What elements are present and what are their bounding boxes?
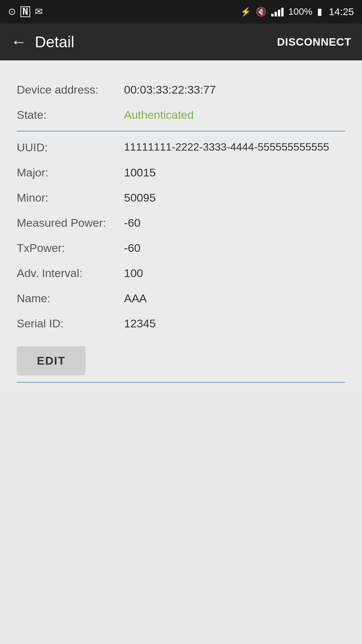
minor-label: Minor: bbox=[17, 191, 124, 204]
major-label: Major: bbox=[17, 166, 124, 179]
serial-id-label: Serial ID: bbox=[17, 317, 124, 330]
uuid-label: UUID: bbox=[17, 141, 124, 154]
measured-power-row: Measured Power: -60 bbox=[17, 210, 345, 235]
status-time: 14:25 bbox=[329, 6, 354, 17]
battery-icon: ▮ bbox=[317, 7, 322, 16]
adv-interval-label: Adv. Interval: bbox=[17, 267, 124, 280]
major-row: Major: 10015 bbox=[17, 160, 345, 185]
measured-power-label: Measured Power: bbox=[17, 216, 124, 229]
device-address-label: Device address: bbox=[17, 83, 124, 96]
name-row: Name: AAA bbox=[17, 286, 345, 311]
email-icon: ✉ bbox=[35, 7, 43, 16]
state-row: State: Authenticated bbox=[17, 102, 345, 127]
app-bar: ← Detail DISCONNECT bbox=[0, 23, 362, 60]
device-address-row: Device address: 00:03:33:22:33:77 bbox=[17, 77, 345, 102]
txpower-label: TxPower: bbox=[17, 241, 124, 255]
status-bar-right: ⚡ 🔇 100% ▮ 14:25 bbox=[240, 6, 354, 17]
adv-interval-row: Adv. Interval: 100 bbox=[17, 261, 345, 286]
edit-button[interactable]: EDIT bbox=[17, 346, 85, 375]
refresh-icon: ⊙ bbox=[8, 7, 16, 16]
info-section: Device address: 00:03:33:22:33:77 State:… bbox=[17, 70, 345, 383]
status-bar: ⊙ N ✉ ⚡ 🔇 100% ▮ 14:25 bbox=[0, 0, 362, 23]
name-label: Name: bbox=[17, 292, 124, 305]
serial-id-value: 12345 bbox=[124, 317, 345, 330]
major-value: 10015 bbox=[124, 166, 345, 179]
serial-id-row: Serial ID: 12345 bbox=[17, 311, 345, 336]
bluetooth-icon: ⚡ bbox=[240, 7, 251, 16]
state-label: State: bbox=[17, 108, 124, 121]
status-bar-left: ⊙ N ✉ bbox=[8, 6, 43, 17]
edit-section: EDIT bbox=[17, 336, 345, 383]
content-area: Device address: 00:03:33:22:33:77 State:… bbox=[0, 60, 362, 393]
device-address-value: 00:03:33:22:33:77 bbox=[124, 83, 345, 96]
minor-value: 50095 bbox=[124, 191, 345, 204]
state-value: Authenticated bbox=[124, 108, 345, 121]
notes-icon: N bbox=[20, 6, 30, 17]
txpower-row: TxPower: -60 bbox=[17, 235, 345, 261]
divider-top bbox=[17, 131, 345, 131]
mute-icon: 🔇 bbox=[256, 7, 266, 16]
app-bar-left: ← Detail bbox=[11, 33, 74, 51]
back-button[interactable]: ← bbox=[11, 34, 27, 50]
txpower-value: -60 bbox=[124, 241, 345, 255]
uuid-row: UUID: 11111111-2222-3333-4444-5555555555… bbox=[17, 135, 345, 160]
minor-row: Minor: 50095 bbox=[17, 185, 345, 210]
signal-icon bbox=[271, 7, 284, 16]
uuid-value: 11111111-2222-3333-4444-555555555555 bbox=[124, 141, 345, 153]
measured-power-value: -60 bbox=[124, 216, 345, 229]
battery-percent: 100% bbox=[288, 6, 312, 17]
page-title: Detail bbox=[35, 33, 74, 51]
disconnect-button[interactable]: DISCONNECT bbox=[277, 36, 351, 48]
name-value: AAA bbox=[124, 292, 345, 305]
adv-interval-value: 100 bbox=[124, 267, 345, 280]
